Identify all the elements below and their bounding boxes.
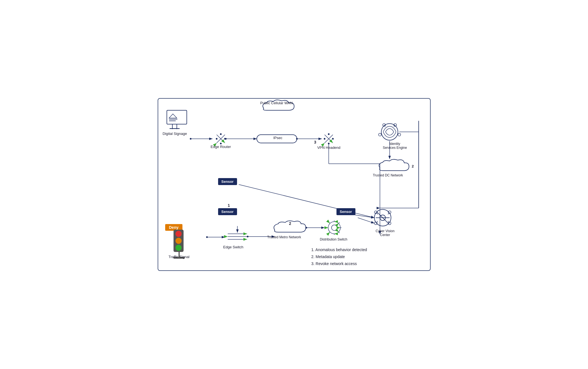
legend-3: 3. Revoke network access bbox=[311, 260, 367, 267]
number-2-metro: 2 bbox=[289, 221, 291, 226]
svg-point-20 bbox=[220, 143, 221, 144]
svg-line-79 bbox=[388, 213, 389, 214]
ipsec-label: IPsec bbox=[267, 136, 289, 140]
svg-line-16 bbox=[216, 135, 225, 143]
svg-point-17 bbox=[216, 138, 217, 140]
public-wan-label: Public Cellular WAN bbox=[254, 101, 299, 105]
svg-line-43 bbox=[397, 133, 398, 134]
svg-point-56 bbox=[247, 236, 248, 237]
traffic-green bbox=[175, 245, 182, 251]
svg-point-58 bbox=[305, 227, 307, 229]
digital-signage-label: Digital Signage bbox=[160, 132, 190, 136]
svg-point-72 bbox=[380, 215, 386, 220]
sensor-top-left: Sensor bbox=[218, 178, 237, 185]
svg-line-73 bbox=[377, 212, 388, 223]
svg-marker-7 bbox=[169, 114, 177, 118]
svg-point-31 bbox=[328, 143, 330, 144]
svg-point-75 bbox=[388, 211, 391, 213]
svg-line-41 bbox=[394, 126, 395, 126]
cyber-vision-label: Cyber VisionCenter bbox=[370, 229, 401, 237]
svg-line-27 bbox=[325, 135, 333, 143]
svg-point-77 bbox=[388, 222, 391, 225]
svg-point-14 bbox=[190, 138, 191, 140]
legend: 1. Anomalous behavior detected 2. Metada… bbox=[311, 246, 367, 268]
edge-router-label: Edge Router bbox=[210, 145, 232, 149]
diagram-container: Digital Signage Edge Router Public Cellu… bbox=[158, 98, 431, 271]
legend-2: 2. Metadata update bbox=[311, 253, 367, 260]
svg-point-30 bbox=[328, 133, 330, 135]
svg-point-70 bbox=[374, 209, 391, 226]
svg-line-69 bbox=[358, 218, 374, 223]
edge-switch-label: Edge Switch bbox=[218, 245, 249, 249]
svg-point-19 bbox=[220, 133, 221, 135]
sensor-bottom-left: Sensor bbox=[218, 208, 237, 215]
svg-line-66 bbox=[338, 222, 339, 223]
svg-line-78 bbox=[377, 213, 378, 214]
traffic-orange bbox=[175, 238, 182, 244]
svg-point-22 bbox=[225, 138, 226, 140]
svg-line-15 bbox=[216, 135, 225, 143]
svg-line-68 bbox=[338, 232, 339, 233]
svg-point-59 bbox=[328, 222, 340, 234]
traffic-red bbox=[175, 231, 182, 237]
trusted-metro-label: Trusted Metro Network bbox=[264, 235, 304, 239]
svg-line-67 bbox=[329, 232, 330, 233]
trusted-dc-label: Trusted DC Network bbox=[370, 173, 406, 177]
svg-point-28 bbox=[324, 138, 325, 140]
svg-line-65 bbox=[329, 222, 330, 223]
vpn-headend-label: VPN Headend bbox=[316, 145, 341, 150]
svg-line-42 bbox=[381, 133, 381, 134]
svg-point-38 bbox=[379, 133, 381, 136]
svg-point-37 bbox=[394, 123, 396, 126]
svg-point-25 bbox=[296, 138, 297, 140]
svg-point-60 bbox=[331, 225, 337, 230]
traffic-light-icon bbox=[174, 230, 185, 259]
svg-point-36 bbox=[382, 123, 385, 126]
number-3: 3 bbox=[314, 140, 316, 144]
number-2-top: 2 bbox=[412, 164, 414, 168]
traffic-signal-label: Traffic Signal bbox=[165, 255, 193, 259]
svg-line-82 bbox=[355, 215, 374, 218]
number-1: 1 bbox=[228, 203, 230, 208]
svg-line-81 bbox=[388, 221, 389, 222]
sensor-distribution: Sensor bbox=[336, 208, 355, 215]
svg-line-26 bbox=[325, 135, 333, 143]
legend-1: 1. Anomalous behavior detected bbox=[311, 246, 367, 253]
svg-line-80 bbox=[377, 221, 378, 222]
svg-rect-6 bbox=[167, 110, 187, 124]
ise-label: IdentityServices Engine bbox=[380, 142, 410, 150]
svg-point-18 bbox=[224, 138, 226, 140]
svg-point-29 bbox=[332, 138, 334, 140]
svg-point-74 bbox=[374, 211, 377, 213]
svg-point-35 bbox=[381, 123, 398, 140]
svg-point-76 bbox=[374, 222, 377, 225]
svg-point-39 bbox=[398, 133, 401, 136]
distribution-switch-label: Distribution Switch bbox=[316, 237, 352, 241]
svg-line-40 bbox=[384, 126, 385, 126]
svg-point-50 bbox=[206, 236, 208, 238]
